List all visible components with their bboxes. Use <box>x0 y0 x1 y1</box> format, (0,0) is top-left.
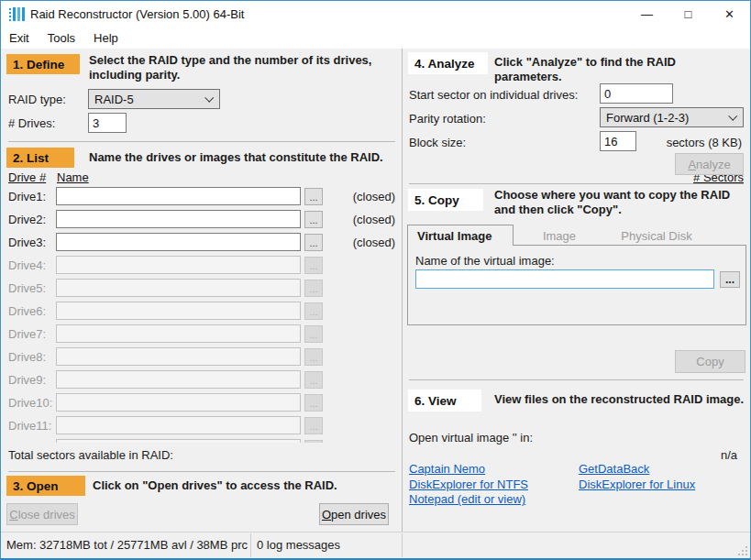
drive-row-clipped: ... <box>1 438 402 443</box>
separator <box>409 183 744 184</box>
drive-name-input[interactable] <box>56 210 301 228</box>
block-size-input[interactable] <box>600 131 636 151</box>
drive-label: Drive8: <box>8 350 46 364</box>
separator <box>409 379 744 380</box>
parity-rotation-select[interactable]: Forward (1-2-3) <box>600 107 744 127</box>
virtual-image-name-input[interactable] <box>415 269 714 289</box>
drive-label: Drive4: <box>8 258 46 272</box>
column-header-name: Name <box>57 170 89 184</box>
drive-name-input <box>56 416 301 434</box>
close-button[interactable]: ✕ <box>709 1 750 27</box>
drive-row: Drive3:...(closed) <box>1 232 402 255</box>
drive-label: Drive9: <box>8 373 46 387</box>
browse-button: ... <box>304 302 323 320</box>
open-in-link[interactable]: Notepad (edit or view) <box>409 492 528 508</box>
drive-name-input <box>56 279 301 297</box>
links-col2: GetDataBackDiskExplorer for Linux <box>579 462 695 492</box>
num-drives-label: # Drives: <box>8 116 55 130</box>
section-define-badge: 1. Define <box>6 54 80 74</box>
drive-label: Drive6: <box>8 304 46 318</box>
drive-row: Drive5:... <box>1 278 402 301</box>
drive-row: Drive7:... <box>1 324 402 346</box>
section-view-description: View files on the reconstructed RAID ima… <box>494 392 751 407</box>
drive-label: Drive2: <box>8 213 46 226</box>
drive-label: Drive1: <box>8 190 46 203</box>
virtual-image-tab-panel: Name of the virtual image: ... <box>407 245 746 325</box>
maximize-button[interactable]: □ <box>668 1 709 27</box>
drive-row: Drive11:... <box>1 415 402 438</box>
browse-button: ... <box>304 394 323 412</box>
drive-row: Drive10:... <box>1 392 402 415</box>
drive-row: Drive6:... <box>1 301 402 324</box>
drive-name-input <box>56 370 301 389</box>
drive-name-input <box>56 302 301 320</box>
section-open-description: Click on "Open drives" to access the RAI… <box>93 478 395 493</box>
pane-divider <box>402 49 403 532</box>
drive-label: Drive10: <box>8 396 52 410</box>
section-define-description: Select the RAID type and the number of i… <box>89 53 393 82</box>
num-drives-input[interactable] <box>88 113 127 133</box>
drive-name-input[interactable] <box>56 187 301 205</box>
memory-status: Mem: 32718MB tot / 25771MB avl / 38MB pr… <box>6 538 248 552</box>
browse-button[interactable]: ... <box>304 211 323 228</box>
raid-type-select[interactable]: RAID-5 <box>88 89 220 109</box>
open-in-link[interactable]: DiskExplorer for Linux <box>579 478 695 493</box>
section-analyze-badge: 4. Analyze <box>408 52 488 74</box>
browse-button[interactable]: ... <box>304 188 323 205</box>
virtual-image-name-label: Name of the virtual image: <box>415 254 555 268</box>
section-view-badge: 6. View <box>408 390 481 412</box>
tab-virtual-image[interactable]: Virtual Image <box>407 225 514 246</box>
client-area: 1. Define Select the RAID type and the n… <box>1 49 750 532</box>
drive-name-input <box>56 393 301 412</box>
browse-button: ... <box>304 440 323 443</box>
menu-tools[interactable]: Tools <box>48 29 84 47</box>
browse-button: ... <box>304 371 323 389</box>
copy-button: Copy <box>675 350 745 373</box>
browse-button: ... <box>304 280 323 297</box>
drive-status: (closed) <box>353 190 395 203</box>
open-in-link[interactable]: GetDataBack <box>579 462 695 478</box>
drive-name-input <box>56 324 301 343</box>
minimize-button[interactable]: — <box>626 1 668 27</box>
browse-button: ... <box>304 417 323 434</box>
log-messages-status: 0 log messages <box>257 538 340 552</box>
drive-name-input <box>56 347 301 366</box>
browse-button: ... <box>304 257 323 274</box>
drive-name-input <box>56 256 301 274</box>
menu-help[interactable]: Help <box>94 29 127 47</box>
window-title: Raid Reconstructor (Version 5.00) 64-Bit <box>30 7 244 21</box>
open-in-link[interactable]: DiskExplorer for NTFS <box>409 478 528 493</box>
drive-row: Drive9:... <box>1 369 402 392</box>
tab-image[interactable]: Image <box>514 225 605 247</box>
parity-rotation-label: Parity rotation: <box>409 112 486 126</box>
statusbar-separator <box>402 533 403 557</box>
drive-label: Drive11: <box>8 419 51 433</box>
browse-virtual-image-button[interactable]: ... <box>720 271 740 288</box>
drive-label: Drive7: <box>8 327 46 341</box>
drive-row: Drive4:... <box>1 255 402 278</box>
browse-button[interactable]: ... <box>304 234 323 251</box>
statusbar-separator <box>250 533 251 557</box>
resize-grip-icon[interactable] <box>738 546 747 555</box>
browse-button: ... <box>304 348 323 366</box>
drive-label: Drive5: <box>8 281 46 295</box>
section-analyze-description: Click "Analyze" to find the RAID paramet… <box>494 55 746 84</box>
separator <box>8 141 395 142</box>
section-open-badge: 3. Open <box>6 476 85 496</box>
close-drives-button: Close drives <box>6 503 78 525</box>
drive-name-input <box>56 439 301 443</box>
links-col1: Captain NemoDiskExplorer for NTFSNotepad… <box>409 462 528 508</box>
start-sector-input[interactable] <box>600 83 673 104</box>
drive-name-input[interactable] <box>56 233 301 251</box>
parity-rotation-value: Forward (1-2-3) <box>606 111 689 125</box>
menu-exit[interactable]: Exit <box>9 29 39 47</box>
open-in-link[interactable]: Captain Nemo <box>409 462 528 478</box>
app-icon <box>9 7 25 21</box>
status-bar: Mem: 32718MB tot / 25771MB avl / 38MB pr… <box>1 532 750 558</box>
section-list-description: Name the drives or images that constitut… <box>89 150 401 165</box>
block-size-unit: sectors (8 KB) <box>667 136 742 149</box>
tab-physical-disk[interactable]: Physical Disk <box>605 225 708 247</box>
section-copy-description: Choose where you want to copy the RAID a… <box>494 188 749 217</box>
raid-type-label: RAID type: <box>8 93 66 106</box>
open-drives-button[interactable]: Open drives <box>319 503 389 525</box>
